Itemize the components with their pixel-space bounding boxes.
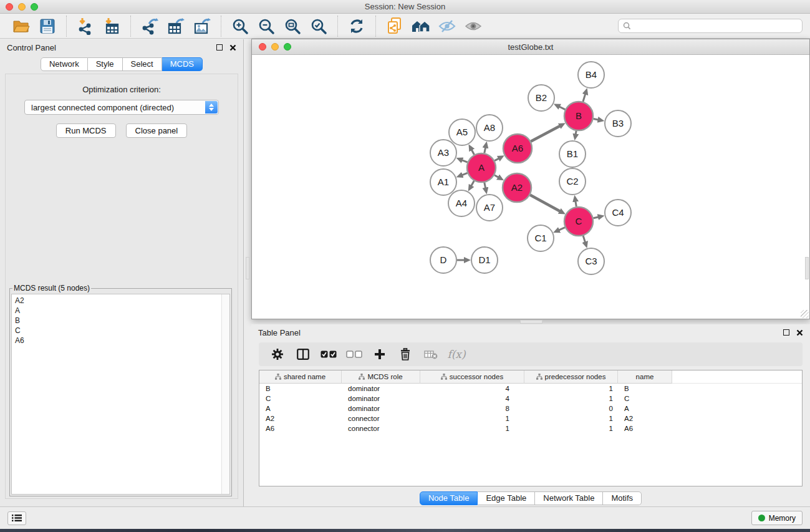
table-cell[interactable]: 1 bbox=[524, 384, 618, 394]
delete-table-button[interactable] bbox=[423, 346, 439, 362]
close-network-button[interactable] bbox=[259, 43, 266, 51]
settings-gear-button[interactable] bbox=[269, 346, 286, 362]
import-network-button[interactable] bbox=[74, 16, 97, 36]
table-cell[interactable]: B bbox=[618, 384, 672, 394]
open-file-button[interactable] bbox=[9, 16, 33, 36]
maximize-network-button[interactable] bbox=[284, 43, 291, 51]
mcds-result-list[interactable]: A2ABCA6 bbox=[11, 294, 230, 495]
tab-edge-table[interactable]: Edge Table bbox=[478, 491, 535, 505]
table-cell[interactable]: dominator bbox=[342, 404, 420, 414]
graph-edge[interactable] bbox=[471, 149, 475, 155]
close-panel-icon[interactable] bbox=[796, 329, 803, 336]
table-cell[interactable]: C bbox=[618, 394, 672, 404]
column-chooser-button[interactable] bbox=[295, 346, 311, 362]
export-network-button[interactable] bbox=[138, 16, 162, 36]
table-cell[interactable]: connector bbox=[342, 414, 420, 423]
graph-edge[interactable] bbox=[531, 125, 561, 141]
criterion-dropdown[interactable]: largest connected component (directed) bbox=[24, 100, 219, 115]
mcds-result-item[interactable]: A2 bbox=[15, 296, 226, 306]
deselect-all-button[interactable] bbox=[346, 346, 362, 362]
table-cell[interactable]: A2 bbox=[259, 414, 342, 423]
splitter-grip-bottom[interactable] bbox=[520, 320, 542, 324]
export-table-button[interactable] bbox=[164, 16, 188, 36]
window-resize-grip[interactable] bbox=[801, 310, 809, 318]
minimize-network-button[interactable] bbox=[271, 43, 279, 51]
table-row[interactable]: Cdominator41C bbox=[259, 394, 802, 404]
column-header-predecessor-nodes[interactable]: predecessor nodes bbox=[524, 370, 618, 384]
float-panel-icon[interactable] bbox=[783, 329, 789, 336]
table-cell[interactable]: 1 bbox=[420, 423, 524, 433]
float-panel-icon[interactable] bbox=[216, 44, 223, 51]
show-all-button[interactable] bbox=[461, 16, 485, 36]
select-all-button[interactable] bbox=[321, 346, 337, 362]
save-session-button[interactable] bbox=[36, 16, 59, 36]
column-header-successor-nodes[interactable]: successor nodes bbox=[420, 370, 524, 384]
table-row[interactable]: A6connector11A6 bbox=[259, 423, 802, 433]
tab-style[interactable]: Style bbox=[88, 57, 123, 71]
scrollbar-track[interactable] bbox=[221, 294, 229, 494]
graph-edge[interactable] bbox=[583, 94, 586, 102]
graph-edge[interactable] bbox=[461, 160, 468, 162]
table-row[interactable]: Bdominator41B bbox=[259, 384, 802, 394]
close-panel-icon[interactable] bbox=[229, 44, 236, 51]
zoom-in-button[interactable] bbox=[228, 16, 252, 36]
close-panel-button[interactable]: Close panel bbox=[126, 123, 188, 138]
graph-edge[interactable] bbox=[576, 131, 576, 135]
graph-edge[interactable] bbox=[494, 158, 499, 161]
table-cell[interactable]: A6 bbox=[618, 423, 672, 433]
graph-edge[interactable] bbox=[494, 175, 499, 178]
graph-edge[interactable] bbox=[471, 181, 474, 186]
import-table-button[interactable] bbox=[100, 16, 123, 36]
table-cell[interactable]: 4 bbox=[420, 394, 524, 404]
table-cell[interactable]: 1 bbox=[524, 414, 618, 423]
tab-node-table[interactable]: Node Table bbox=[420, 491, 478, 505]
table-cell[interactable]: A6 bbox=[259, 423, 342, 433]
tab-network[interactable]: Network bbox=[41, 57, 88, 71]
table-row[interactable]: Adominator80A bbox=[259, 404, 802, 414]
graph-edge[interactable] bbox=[461, 173, 468, 175]
column-header-mcds-role[interactable]: MCDS role bbox=[342, 370, 420, 384]
graph-edge[interactable] bbox=[485, 147, 486, 153]
table-cell[interactable]: connector bbox=[342, 423, 420, 433]
table-cell[interactable]: 1 bbox=[524, 394, 618, 404]
splitter-grip-left[interactable] bbox=[246, 257, 249, 279]
mcds-result-item[interactable]: C bbox=[15, 326, 226, 336]
network-graph[interactable]: B4B2BB3A8A5A6A3B1AC2A1A2A4A7C4CC1DD1C3 bbox=[252, 55, 809, 319]
minimize-window-button[interactable] bbox=[18, 3, 26, 11]
delete-column-button[interactable] bbox=[397, 346, 413, 362]
close-window-button[interactable] bbox=[6, 3, 13, 11]
graph-edge[interactable] bbox=[594, 118, 599, 120]
tab-motifs[interactable]: Motifs bbox=[603, 491, 642, 505]
column-header-name[interactable]: name bbox=[618, 370, 672, 384]
table-cell[interactable]: 4 bbox=[420, 384, 524, 394]
graph-edge[interactable] bbox=[485, 183, 486, 189]
table-cell[interactable]: dominator bbox=[342, 384, 420, 394]
add-column-button[interactable] bbox=[372, 346, 388, 362]
graph-edge[interactable] bbox=[559, 106, 565, 109]
table-cell[interactable]: 1 bbox=[420, 414, 524, 423]
graph-edge[interactable] bbox=[593, 217, 599, 218]
table-cell[interactable]: 8 bbox=[420, 404, 524, 414]
show-panels-button[interactable] bbox=[7, 511, 26, 525]
first-neighbors-button[interactable] bbox=[409, 16, 433, 36]
zoom-out-button[interactable] bbox=[254, 16, 278, 36]
mcds-result-item[interactable]: A6 bbox=[15, 336, 226, 346]
table-cell[interactable]: 1 bbox=[524, 423, 618, 433]
column-header-shared-name[interactable]: shared name bbox=[259, 370, 342, 384]
graph-edge[interactable] bbox=[558, 228, 565, 231]
zoom-fit-button[interactable] bbox=[281, 16, 304, 36]
table-cell[interactable]: A bbox=[618, 404, 672, 414]
table-cell[interactable]: C bbox=[259, 394, 342, 404]
graph-edge[interactable] bbox=[530, 195, 561, 211]
table-row[interactable]: A2connector11A2 bbox=[259, 414, 802, 423]
graph-edge[interactable] bbox=[576, 201, 577, 207]
tab-select[interactable]: Select bbox=[123, 57, 162, 71]
table-cell[interactable]: A bbox=[259, 404, 342, 414]
table-cell[interactable]: 0 bbox=[524, 404, 618, 414]
mcds-result-item[interactable]: A bbox=[15, 306, 226, 316]
mcds-result-item[interactable]: B bbox=[15, 316, 226, 326]
table-cell[interactable]: A2 bbox=[618, 414, 672, 423]
new-network-from-selection-button[interactable] bbox=[383, 16, 407, 36]
zoom-selected-button[interactable] bbox=[307, 16, 330, 36]
maximize-window-button[interactable] bbox=[31, 3, 38, 11]
